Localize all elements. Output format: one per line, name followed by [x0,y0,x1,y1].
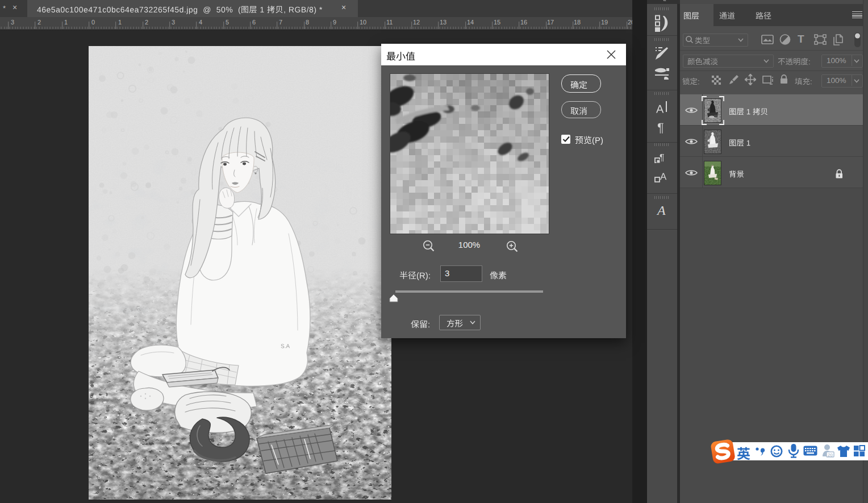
svg-text:20: 20 [828,452,833,458]
